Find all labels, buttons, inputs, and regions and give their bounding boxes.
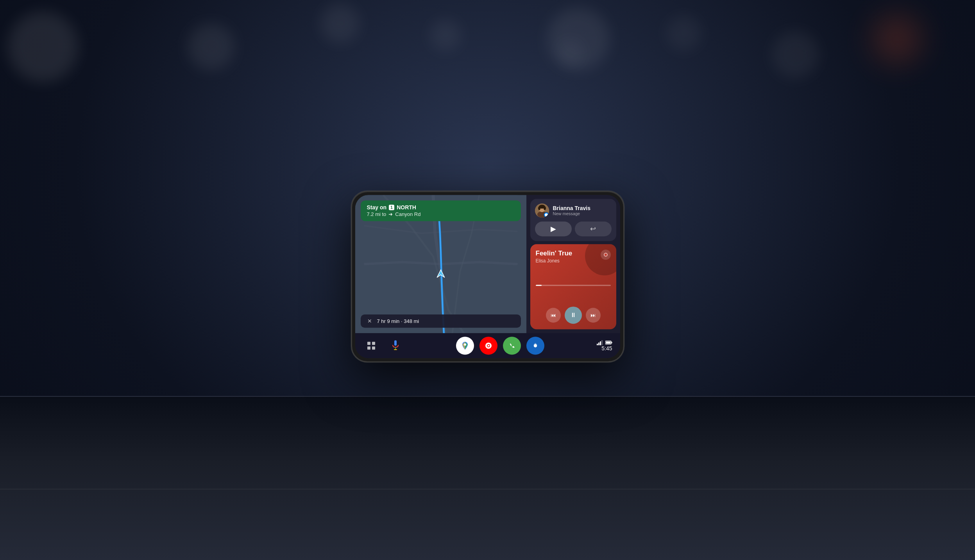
bokeh-light-1 [8, 12, 78, 82]
svg-rect-26 [597, 344, 598, 345]
bokeh-light-8 [666, 16, 701, 51]
svg-rect-29 [601, 340, 603, 345]
svg-rect-8 [367, 342, 370, 345]
svg-point-7 [544, 206, 546, 210]
bokeh-light-9 [557, 39, 584, 66]
signal-info: 5:45 [597, 340, 612, 351]
bokeh-light-6 [858, 0, 936, 78]
nav-right: 5:45 [597, 340, 612, 351]
interior-detail [0, 489, 975, 490]
settings-icon [530, 340, 541, 351]
bokeh-light-4 [430, 20, 461, 51]
contact-status: New message [553, 211, 612, 216]
music-progress-bar [536, 285, 611, 286]
next-icon: ⏭ [590, 312, 596, 318]
nav-street: Canyon Rd [395, 211, 420, 217]
settings-app-button[interactable] [526, 337, 544, 355]
svg-rect-28 [600, 341, 601, 345]
contact-avatar [535, 203, 549, 218]
main-content: Stay on 1 NORTH 7.2 mi to ➜ Canyon Rd ✕ … [355, 195, 620, 333]
next-track-button[interactable]: ⏭ [586, 308, 601, 323]
youtube-app-button[interactable] [479, 337, 497, 355]
svg-point-22 [506, 340, 517, 351]
nav-cardinal: NORTH [397, 204, 416, 210]
eta-bar: ✕ 7 hr 9 min · 348 mi [361, 314, 521, 328]
nav-sub-info: 7.2 mi to ➜ Canyon Rd [367, 211, 515, 217]
svg-point-6 [538, 206, 540, 210]
eta-separator: · [401, 318, 403, 324]
prev-track-button[interactable]: ⏮ [546, 308, 561, 323]
nav-route-number: 1 [389, 205, 394, 210]
youtube-icon [483, 340, 494, 351]
phone-app-button[interactable] [503, 337, 521, 355]
contact-name: Brianna Travis [553, 205, 612, 211]
svg-rect-10 [367, 346, 370, 350]
message-card: Brianna Travis New message ▶ ↩ [530, 199, 616, 241]
reply-icon: ↩ [590, 225, 596, 233]
svg-point-25 [534, 344, 537, 347]
play-message-button[interactable]: ▶ [535, 221, 572, 236]
car-interior [0, 396, 975, 560]
nav-left [363, 337, 404, 354]
maps-app-button[interactable] [456, 337, 474, 355]
screen: Stay on 1 NORTH 7.2 mi to ➜ Canyon Rd ✕ … [355, 195, 620, 358]
music-title: Feelin' True [536, 250, 572, 257]
music-artist: Elisa Jones [536, 258, 572, 264]
phone-icon [506, 340, 517, 351]
record-icon [601, 250, 611, 260]
battery-icon [605, 340, 612, 345]
play-icon: ▶ [551, 225, 556, 233]
music-progress-fill [536, 285, 542, 286]
contact-info: Brianna Travis New message [553, 205, 612, 216]
svg-rect-12 [394, 340, 397, 346]
eta-time: 7 hr 9 min [377, 318, 400, 324]
reply-message-button[interactable]: ↩ [575, 221, 612, 236]
grid-button[interactable] [363, 337, 379, 354]
nav-direction: Stay on 1 NORTH [367, 204, 515, 210]
maps-icon [460, 340, 471, 351]
messenger-badge [544, 212, 549, 218]
bokeh-light-7 [772, 31, 819, 78]
svg-rect-15 [394, 349, 397, 350]
bokeh-light-2 [188, 23, 234, 70]
time-display: 5:45 [601, 345, 612, 351]
pause-icon: ⏸ [570, 312, 576, 319]
bokeh-light-3 [320, 4, 360, 43]
music-header: Feelin' True Elisa Jones [536, 250, 611, 264]
nav-header: Stay on 1 NORTH 7.2 mi to ➜ Canyon Rd [361, 200, 521, 221]
messenger-icon [545, 213, 548, 216]
nav-distance: 7.2 mi to [367, 211, 386, 217]
nav-instruction: Stay on [367, 204, 387, 210]
nav-center-apps [456, 337, 544, 355]
prev-icon: ⏮ [551, 312, 556, 318]
svg-rect-31 [611, 342, 612, 343]
nav-turn-arrow: ➜ [388, 211, 393, 217]
bottom-nav: 5:45 [355, 333, 620, 358]
svg-point-17 [464, 343, 466, 346]
android-auto-device: Stay on 1 NORTH 7.2 mi to ➜ Canyon Rd ✕ … [351, 191, 624, 362]
svg-rect-32 [606, 342, 610, 344]
grid-icon [367, 341, 376, 350]
eta-distance: 348 mi [404, 318, 419, 324]
microphone-icon [391, 340, 400, 351]
pause-button[interactable]: ⏸ [565, 307, 582, 324]
message-actions: ▶ ↩ [535, 221, 612, 236]
eta-text: 7 hr 9 min · 348 mi [377, 318, 419, 324]
music-controls: ⏮ ⏸ ⏭ [536, 307, 611, 324]
svg-rect-27 [598, 342, 599, 345]
music-info: Feelin' True Elisa Jones [536, 250, 572, 264]
signal-bars-icon [597, 340, 604, 345]
svg-rect-11 [372, 346, 375, 350]
message-contact: Brianna Travis New message [535, 203, 612, 218]
record-inner [604, 253, 608, 257]
microphone-button[interactable] [387, 337, 404, 354]
map-panel: Stay on 1 NORTH 7.2 mi to ➜ Canyon Rd ✕ … [355, 195, 526, 333]
close-route-button[interactable]: ✕ [366, 317, 373, 325]
signal-icons [597, 340, 612, 345]
music-card: Feelin' True Elisa Jones ⏮ [530, 244, 616, 329]
right-panel: Brianna Travis New message ▶ ↩ [526, 195, 620, 333]
svg-rect-9 [372, 342, 375, 345]
svg-rect-13 [393, 345, 398, 346]
